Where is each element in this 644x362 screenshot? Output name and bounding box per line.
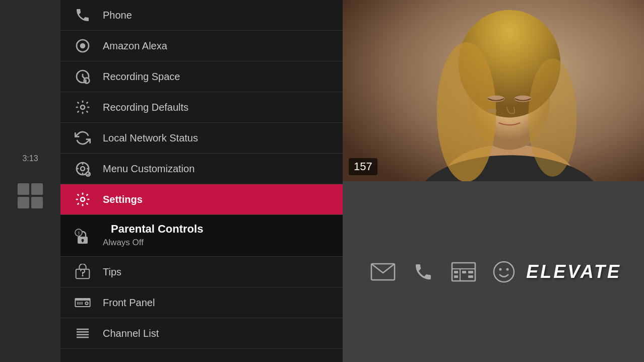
phone-icon <box>71 3 95 27</box>
right-panel: 157 <box>343 0 644 362</box>
video-preview: 157 <box>343 0 644 181</box>
phone-label: Phone <box>103 10 132 21</box>
svg-rect-23 <box>75 299 90 300</box>
grid-cell-3 <box>18 197 29 208</box>
svg-rect-47 <box>468 275 473 278</box>
menu-item-amazon-alexa[interactable]: Amazon Alexa <box>60 31 343 61</box>
network-icon <box>71 126 95 150</box>
amazon-alexa-label: Amazon Alexa <box>103 40 167 52</box>
front-panel-icon <box>71 291 95 315</box>
settings-icon <box>71 187 95 211</box>
channel-list-icon <box>71 321 95 345</box>
tv-guide-icon[interactable] <box>446 254 481 289</box>
channel-badge: 157 <box>349 158 377 175</box>
parental-controls-label: Parental Controls <box>111 223 203 236</box>
menu-item-channel-list[interactable]: Channel List <box>60 318 343 349</box>
svg-point-50 <box>506 268 508 270</box>
svg-point-9 <box>81 197 85 201</box>
menu-item-phone[interactable]: Phone <box>60 0 343 31</box>
grid-cell-1 <box>18 183 29 195</box>
smiley-icon[interactable] <box>486 254 522 289</box>
menu-item-front-panel[interactable]: Front Panel <box>60 287 343 318</box>
time-display: 3:13 <box>22 154 38 163</box>
parental-controls-sub-label: Always Off <box>103 238 203 248</box>
svg-text:!: ! <box>78 231 80 236</box>
svg-point-49 <box>499 268 501 270</box>
svg-point-7 <box>81 167 85 171</box>
settings-label: Settings <box>103 194 143 205</box>
alexa-icon <box>71 34 95 58</box>
menu-item-tips[interactable]: Tips <box>60 257 343 287</box>
menu-item-menu-customization[interactable]: Menu Customization <box>60 154 343 184</box>
svg-point-5 <box>81 105 85 109</box>
svg-rect-45 <box>468 271 473 273</box>
mail-icon[interactable] <box>365 254 401 289</box>
grid-menu-icon[interactable] <box>18 183 43 208</box>
tips-icon <box>71 260 95 284</box>
svg-rect-14 <box>82 240 84 242</box>
bottom-bar: ELEVATE <box>343 181 644 362</box>
left-sidebar: 3:13 <box>0 0 60 362</box>
menu-item-settings[interactable]: Settings <box>60 184 343 215</box>
menu-item-parental-controls[interactable]: ! Parental Controls Always Off <box>60 215 343 257</box>
customize-icon <box>71 157 95 181</box>
menu-customization-label: Menu Customization <box>103 163 195 175</box>
svg-point-3 <box>84 78 90 84</box>
svg-point-1 <box>80 43 86 49</box>
parental-icon: ! <box>71 225 95 249</box>
recording-defaults-label: Recording Defaults <box>103 102 188 113</box>
svg-rect-44 <box>462 271 466 273</box>
menu-panel: Phone Amazon Alexa i Recording Space <box>60 0 343 362</box>
video-content <box>343 0 644 181</box>
local-network-status-label: Local Network Status <box>103 132 198 144</box>
channel-list-label: Channel List <box>103 328 159 339</box>
tips-label: Tips <box>103 266 121 278</box>
svg-point-35 <box>528 58 576 177</box>
svg-point-22 <box>85 302 88 305</box>
svg-point-38 <box>488 109 496 113</box>
elevate-logo: ELEVATE <box>526 261 621 282</box>
svg-point-17 <box>82 275 83 276</box>
grid-cell-4 <box>31 197 43 208</box>
front-panel-label: Front Panel <box>103 297 155 309</box>
recording-defaults-icon <box>71 95 95 119</box>
parental-controls-text: Parental Controls Always Off <box>103 223 203 248</box>
svg-point-48 <box>494 262 514 282</box>
grid-cell-2 <box>31 183 43 195</box>
svg-rect-43 <box>454 271 458 273</box>
svg-rect-46 <box>454 275 458 278</box>
menu-item-local-network-status[interactable]: Local Network Status <box>60 123 343 154</box>
menu-item-recording-space[interactable]: i Recording Space <box>60 61 343 92</box>
recording-space-icon: i <box>71 64 95 89</box>
recording-space-label: Recording Space <box>103 71 180 83</box>
menu-item-recording-defaults[interactable]: Recording Defaults <box>60 92 343 123</box>
svg-point-34 <box>437 42 496 181</box>
phone-bottom-icon[interactable] <box>406 254 441 289</box>
